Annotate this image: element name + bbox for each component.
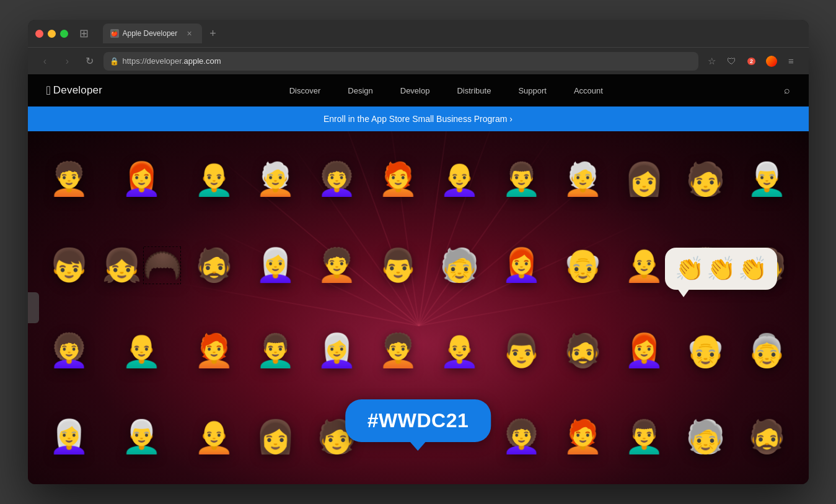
app-store-banner[interactable]: Enroll in the App Store Small Business P…: [28, 106, 809, 131]
nav-bar: ‹ › ↻ 🔒 https://developer.apple.com ☆ 🛡 …: [28, 47, 809, 74]
minimize-button[interactable]: [48, 30, 56, 38]
memoji-face: 👩‍🦱: [308, 137, 366, 220]
apple-nav-links: Discover Design Develop Distribute Suppo…: [115, 86, 777, 95]
title-bar: ⊞ 🍎 Apple Developer × +: [28, 20, 809, 47]
forward-button[interactable]: ›: [59, 53, 76, 70]
page-content:  Developer Discover Design Develop Dist…: [28, 74, 809, 484]
memoji-face: 👩‍🦳: [308, 310, 366, 393]
banner-text[interactable]: Enroll in the App Store Small Business P…: [323, 114, 513, 124]
memoji-face: 👩‍🦰: [102, 137, 182, 220]
clapping-bubble: 👏 👏 👏: [665, 248, 777, 290]
memoji-face: 👨‍🦳: [737, 137, 796, 220]
memoji-face: 👩‍🦳: [247, 224, 305, 306]
nav-right-buttons: ☆ 🛡 2 ≡: [703, 53, 800, 70]
memoji-face: 👩‍🦲: [431, 310, 489, 393]
memoji-face: 👵: [737, 310, 796, 393]
memoji-face: 👨‍🦱: [615, 395, 673, 478]
menu-button[interactable]: ≡: [783, 53, 800, 70]
browser-window: ⊞ 🍎 Apple Developer × + ‹ › ↻ 🔒 https://…: [28, 20, 809, 484]
nav-link-develop[interactable]: Develop: [387, 86, 444, 95]
memoji-face: 👦: [40, 224, 99, 306]
memoji-face: 🧓: [676, 395, 734, 478]
new-tab-icon[interactable]: ⊞: [76, 25, 93, 42]
traffic-lights: [35, 30, 68, 38]
badge-count: 2: [747, 58, 755, 65]
memoji-face: 🧑‍🦳: [247, 137, 305, 220]
extension-button[interactable]: 2: [743, 53, 760, 70]
memoji-face: 👨: [492, 310, 550, 393]
memoji-face: 🧔: [185, 224, 244, 306]
nav-link-account[interactable]: Account: [560, 86, 617, 95]
side-handle[interactable]: [28, 292, 39, 323]
url-bar[interactable]: 🔒 https://developer.apple.com: [103, 52, 698, 71]
memoji-face: 👧‍🦱: [102, 224, 182, 306]
memoji-face: 🧔: [737, 395, 796, 478]
apple-logo-icon: : [46, 84, 51, 98]
add-tab-button[interactable]: +: [205, 25, 222, 42]
tab-bar: 🍎 Apple Developer × +: [103, 24, 801, 43]
shield-button[interactable]: 🛡: [723, 53, 741, 70]
memoji-face: 👩‍🦱: [492, 395, 550, 478]
memoji-face: 🧑‍🦰: [553, 395, 612, 478]
memoji-face: 🧑‍🦰: [369, 137, 428, 220]
tab-close-button[interactable]: ×: [185, 28, 195, 38]
memoji-face: 👩‍🦲: [431, 137, 489, 220]
memoji-face: 🧑‍🦳: [553, 137, 612, 220]
memoji-face: 👨‍🦱: [492, 137, 550, 220]
memoji-face: 👨‍🦱: [247, 310, 305, 393]
clap-emoji-3: 👏: [738, 255, 767, 282]
memoji-face: 👨‍🦲: [102, 310, 182, 393]
memoji-face: 👩‍🦱: [40, 310, 99, 393]
reload-button[interactable]: ↻: [81, 53, 99, 70]
firefox-icon[interactable]: [763, 53, 780, 70]
memoji-face: 👨‍🦳: [102, 395, 182, 478]
url-domain-bold: apple.com: [184, 56, 221, 66]
memoji-face: 👩‍🦳: [40, 395, 99, 478]
memoji-face: 🧑‍🦱: [369, 310, 428, 393]
tab-title: Apple Developer: [123, 29, 181, 38]
back-button[interactable]: ‹: [37, 53, 54, 70]
memoji-face: 🧑‍🦱: [308, 224, 366, 306]
memoji-face: 👩: [615, 137, 673, 220]
nav-link-design[interactable]: Design: [334, 86, 386, 95]
memoji-face: 🧑‍🦲: [185, 395, 244, 478]
memoji-face: 👨‍🦲: [185, 137, 244, 220]
memoji-face: 👴: [553, 224, 612, 306]
nav-link-distribute[interactable]: Distribute: [443, 86, 504, 95]
tab-favicon: 🍎: [110, 29, 119, 38]
memoji-face: 👴: [676, 310, 734, 393]
clap-emoji-1: 👏: [675, 255, 704, 282]
memoji-face: 👩: [247, 395, 305, 478]
url-protocol: https://: [123, 56, 147, 66]
url-text: https://developer.apple.com: [123, 56, 221, 66]
nav-link-support[interactable]: Support: [504, 86, 560, 95]
nav-link-discover[interactable]: Discover: [276, 86, 335, 95]
hero-section: 🧑‍🦱 👩‍🦰 👨‍🦲 🧑‍🦳 👩‍🦱 🧑‍🦰 👩‍🦲 👨‍🦱 🧑‍🦳 👩 🧑 …: [28, 131, 809, 484]
active-tab[interactable]: 🍎 Apple Developer ×: [103, 24, 202, 43]
memoji-face: 🧑: [676, 137, 734, 220]
apple-developer-nav:  Developer Discover Design Develop Dist…: [28, 74, 809, 106]
close-button[interactable]: [35, 30, 43, 38]
url-domain: developer.: [147, 56, 184, 66]
memoji-face: 👨: [369, 224, 428, 306]
memoji-face: 👩‍🦰: [492, 224, 550, 306]
memoji-face: 🧑‍🦰: [185, 310, 244, 393]
maximize-button[interactable]: [60, 30, 68, 38]
apple-developer-text: Developer: [53, 84, 102, 97]
memoji-face: 🧔: [553, 310, 612, 393]
search-icon[interactable]: ⌕: [784, 85, 790, 96]
bookmark-button[interactable]: ☆: [703, 53, 721, 70]
lock-icon: 🔒: [110, 57, 119, 66]
memoji-face: 🧑‍🦱: [40, 137, 99, 220]
memoji-face: 🧓: [431, 224, 489, 306]
wwdc-bubble: #WWDC21: [345, 399, 491, 442]
memoji-face: 👩‍🦰: [615, 310, 673, 393]
clap-emoji-2: 👏: [706, 255, 736, 282]
wwdc-hashtag: #WWDC21: [367, 409, 469, 432]
